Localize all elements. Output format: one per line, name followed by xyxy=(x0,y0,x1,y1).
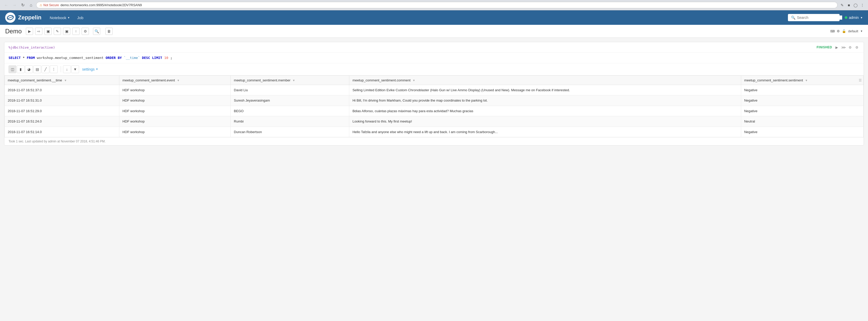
chart-type-buttons: ◫ ▮ ◕ ▤ ╱ ⋮ xyxy=(8,65,58,73)
cell-footer-text: Took 1 sec. Last updated by admin at Nov… xyxy=(8,140,106,143)
notebook-cell: %jdbc(hive_interactive) FINISHED ▶ ⋙ ⚙ ⚙… xyxy=(4,42,864,146)
title-actions: ▶ ⇨ ▣ ✎ ▣ ↑ ⚙ xyxy=(26,28,89,35)
cell-event-1: HDF workshop xyxy=(119,95,230,106)
layout-selector[interactable]: ⌨ ⚙ 🔓 default ▼ xyxy=(830,29,863,33)
menu-icon[interactable]: ⋮ xyxy=(860,3,865,8)
bar-chart-button[interactable]: ▮ xyxy=(17,65,25,73)
sql-select: SELECT xyxy=(8,56,21,60)
settings-icon: ⚙ xyxy=(837,29,840,33)
admin-menu[interactable]: admin ▼ xyxy=(845,16,863,20)
admin-label: admin xyxy=(849,16,859,20)
logo-area[interactable]: Zeppelin xyxy=(5,12,41,23)
cell-event-0: HDF workshop xyxy=(119,85,230,95)
col-menu-icon[interactable]: ☰ xyxy=(859,78,862,82)
col-event-sort-icon: ▼ xyxy=(177,79,180,82)
cell-status-actions: ▶ ⋙ ⚙ ⚙ xyxy=(834,45,860,50)
area-chart-button[interactable]: ▤ xyxy=(33,65,41,73)
forward-button[interactable]: → xyxy=(11,2,18,8)
nav-notebook-label: Notebook xyxy=(50,16,66,20)
user-icon[interactable]: ◯ xyxy=(853,3,858,8)
refresh-button[interactable]: ↻ xyxy=(20,2,26,8)
cell-sentiment-0: Negative xyxy=(741,85,863,95)
col-header-sentiment[interactable]: meetup_comment_sentiment.sentiment ▼ ☰ xyxy=(741,76,863,85)
cell-event-2: HDF workshop xyxy=(119,106,230,116)
col-header-event[interactable]: meetup_comment_sentiment.event ▼ xyxy=(119,76,230,85)
lock-icon: 🔓 xyxy=(842,29,846,33)
cell-member-2: BEGO xyxy=(231,106,349,116)
cell-table-button[interactable]: ⚙ xyxy=(847,45,853,50)
table-view-button[interactable]: ◫ xyxy=(8,65,16,73)
download-button[interactable]: ↓ xyxy=(63,65,71,73)
cell-comment-1: Hi Bill, I'm driving from Markham, Could… xyxy=(349,95,741,106)
warning-icon: ⚠ xyxy=(39,3,42,7)
security-label: Not Secure xyxy=(43,3,59,7)
results-table-container: meetup_comment_sentiment.__time ▼ meetup… xyxy=(4,76,864,138)
col-time-sort-icon: ▼ xyxy=(64,79,67,82)
sql-semicolon: ; xyxy=(170,56,172,60)
cell-member-0: David Liu xyxy=(231,85,349,95)
back-button[interactable]: ← xyxy=(3,2,9,8)
toggle-editor-button[interactable]: ▣ xyxy=(44,28,52,35)
search-input[interactable] xyxy=(797,16,842,20)
bookmark-icon[interactable]: ✎ xyxy=(840,3,845,8)
table-body: 2018-11-07 16:51:37.0HDF workshopDavid L… xyxy=(5,85,864,137)
table-header: meetup_comment_sentiment.__time ▼ meetup… xyxy=(5,76,864,85)
edit-button[interactable]: ✎ xyxy=(54,28,61,35)
download-arrow-button[interactable]: ▼ xyxy=(71,65,79,73)
run-all-button[interactable]: ⇨ xyxy=(35,28,42,35)
delete-button[interactable]: 🗑 xyxy=(105,28,113,35)
scatter-icon: ⋮ xyxy=(52,67,56,71)
cell-run-button[interactable]: ▶ xyxy=(834,45,839,50)
col-time-label: meetup_comment_sentiment.__time xyxy=(8,78,62,82)
scatter-chart-button[interactable]: ⋮ xyxy=(50,65,58,73)
header-search-container[interactable]: 🔍 xyxy=(788,14,840,21)
cell-event-4: HDF workshop xyxy=(119,127,230,137)
nav-notebook[interactable]: Notebook ▼ xyxy=(46,13,73,22)
cell-status-label: FINISHED xyxy=(816,46,832,49)
col-header-time[interactable]: meetup_comment_sentiment.__time ▼ xyxy=(5,76,119,85)
sql-limit-number: 10 xyxy=(164,56,168,60)
col-header-comment[interactable]: meetup_comment_sentiment.comment ▼ xyxy=(349,76,741,85)
cell-sentiment-3: Neutral xyxy=(741,116,863,127)
table-header-row: meetup_comment_sentiment.__time ▼ meetup… xyxy=(5,76,864,85)
logo-text: Zeppelin xyxy=(18,14,41,21)
version-button[interactable]: ⚙ xyxy=(82,28,89,35)
download-chevron-icon: ▼ xyxy=(73,67,77,71)
nav-menu: Notebook ▼ Job xyxy=(46,13,783,22)
cell-member-1: Suresh Jeyaverasingam xyxy=(231,95,349,106)
clone-button[interactable]: ▣ xyxy=(63,28,70,35)
cell-time-2: 2018-11-07 16:51:29.0 xyxy=(5,106,119,116)
url-bar[interactable]: ⚠ Not Secure demo.hortonworks.com:9995/#… xyxy=(36,2,838,8)
col-member-sort-icon: ▼ xyxy=(292,79,295,82)
cell-expand-button[interactable]: ⋙ xyxy=(841,45,846,50)
line-chart-button[interactable]: ╱ xyxy=(41,65,49,73)
table-row: 2018-11-07 16:51:37.0HDF workshopDavid L… xyxy=(5,85,864,95)
nav-notebook-chevron: ▼ xyxy=(67,16,70,19)
export-button[interactable]: ↑ xyxy=(72,28,80,35)
home-button[interactable]: ⌂ xyxy=(28,2,34,8)
run-button[interactable]: ▶ xyxy=(26,28,33,35)
extension-icon[interactable]: ■ xyxy=(846,3,851,8)
settings-button[interactable]: settings ▼ xyxy=(80,66,100,72)
cell-comment-3: Looking forward to this. My first meetup… xyxy=(349,116,741,127)
col-comment-sort-icon: ▼ xyxy=(412,79,415,82)
table-row: 2018-11-07 16:51:31.0HDF workshopSuresh … xyxy=(5,95,864,106)
nav-job[interactable]: Job xyxy=(74,13,87,22)
cell-comment-4: Hello Tafzila and anyone else who might … xyxy=(349,127,741,137)
cell-time-3: 2018-11-07 16:51:24.0 xyxy=(5,116,119,127)
cell-settings-button[interactable]: ⚙ xyxy=(854,45,860,50)
search-in-notebook-button[interactable]: 🔍 xyxy=(93,28,100,35)
layout-label: default xyxy=(848,29,858,33)
col-comment-label: meetup_comment_sentiment.comment xyxy=(352,78,410,82)
svg-line-1 xyxy=(8,17,13,19)
search-icon: 🔍 xyxy=(791,16,796,20)
sql-limit: LIMIT xyxy=(152,56,162,60)
cell-footer: Took 1 sec. Last updated by admin at Nov… xyxy=(4,137,864,145)
pie-chart-button[interactable]: ◕ xyxy=(25,65,33,73)
cell-event-3: HDF workshop xyxy=(119,116,230,127)
layout-chevron: ▼ xyxy=(860,30,863,33)
col-header-member[interactable]: meetup_comment_sentiment.member ▼ xyxy=(231,76,349,85)
area-chart-icon: ▤ xyxy=(36,67,39,71)
toolbar-separator xyxy=(61,66,61,72)
cell-status-area: FINISHED ▶ ⋙ ⚙ ⚙ xyxy=(816,45,860,50)
